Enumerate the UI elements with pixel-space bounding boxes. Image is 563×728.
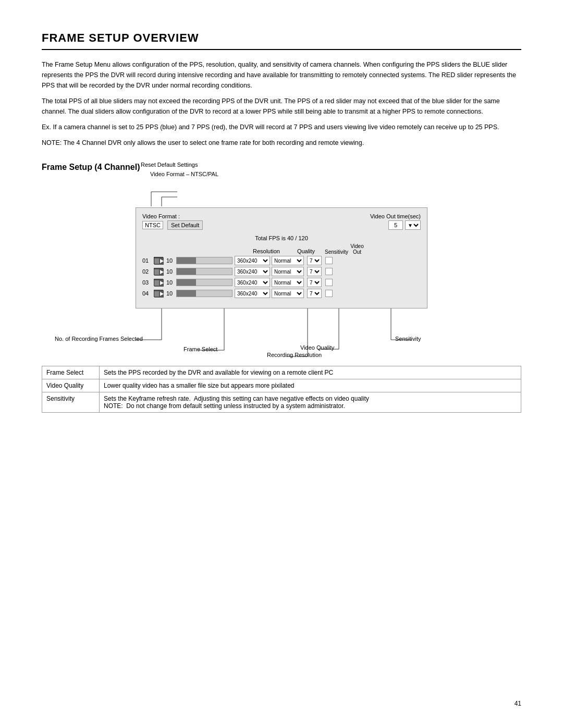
- ch-videoout-check-2[interactable]: [325, 268, 333, 275]
- ch-videoout-check-1[interactable]: [325, 257, 333, 264]
- channel-row-4: 04 10 360x240 Normal 7: [142, 289, 421, 298]
- ch-res-select-2[interactable]: 360x240: [235, 267, 270, 276]
- video-format-label: Video Format :: [142, 213, 203, 219]
- svg-rect-6: [154, 258, 159, 264]
- ch-slider-4[interactable]: [176, 290, 232, 297]
- ch-quality-select-4[interactable]: Normal: [272, 289, 304, 298]
- channel-row-1: 01 10 360x240 Normal 7: [142, 256, 421, 265]
- video-out-section: Video Out time(sec) ▼: [370, 213, 421, 230]
- intro-para-1: The Frame Setup Menu allows configuratio…: [42, 59, 521, 91]
- svg-rect-12: [154, 280, 159, 286]
- ntsc-value: NTSC: [142, 221, 163, 229]
- ch-videoout-check-4[interactable]: [325, 290, 333, 297]
- ch-slider-3[interactable]: [176, 279, 232, 286]
- page-number: 41: [515, 700, 521, 707]
- intro-para-4: NOTE: The 4 Channel DVR only allows the …: [42, 138, 521, 148]
- ch-slider-2[interactable]: [176, 268, 232, 275]
- ch-quality-select-1[interactable]: Normal: [272, 256, 304, 265]
- ch-num-1: 01: [142, 257, 154, 264]
- ch-fps-4: 10: [165, 290, 174, 297]
- table-desc-sensitivity: Sets the Keyframe refresh rate. Adjustin…: [100, 392, 521, 413]
- col-header-sensitivity: Sensitivity: [325, 249, 348, 255]
- ch-sens-select-3[interactable]: 7: [307, 278, 322, 287]
- col-header-resolution: Resolution: [246, 248, 287, 255]
- ch-res-select-4[interactable]: 360x240: [235, 289, 270, 298]
- callout-video-format: Video Format – NTSC/PAL: [150, 171, 218, 177]
- table-row-video-quality: Video Quality Lower quality video has a …: [42, 379, 521, 392]
- callout-sensitivity: Sensitivity: [395, 336, 421, 342]
- intro-section: The Frame Setup Menu allows configuratio…: [42, 59, 521, 148]
- channel-row-2: 02 10 360x240 Normal 7: [142, 267, 421, 276]
- ch-slider-1[interactable]: [176, 257, 232, 264]
- col-header-video-out: VideoOut: [348, 243, 366, 255]
- ch-res-select-3[interactable]: 360x240: [235, 278, 270, 287]
- table-desc-video-quality: Lower quality video has a smaller file s…: [100, 379, 521, 392]
- svg-rect-15: [154, 291, 159, 297]
- ch-quality-select-2[interactable]: Normal: [272, 267, 304, 276]
- video-out-select[interactable]: ▼: [405, 220, 421, 230]
- callout-reset-default: Reset Default Settings: [141, 162, 198, 168]
- video-out-input[interactable]: [388, 220, 403, 230]
- ch-num-2: 02: [142, 268, 154, 275]
- ch-fps-2: 10: [165, 268, 174, 275]
- ch-fps-1: 10: [165, 257, 174, 264]
- ch-icon-1: [154, 257, 163, 264]
- info-table: Frame Select Sets the PPS recorded by th…: [42, 366, 521, 413]
- ch-icon-3: [154, 279, 163, 286]
- fps-info: Total FPS is 40 / 120: [142, 235, 421, 241]
- table-label-sensitivity: Sensitivity: [42, 392, 100, 413]
- intro-para-3: Ex. If a camera channel is set to 25 PPS…: [42, 122, 521, 132]
- page-title: FRAME SETUP OVERVIEW: [42, 31, 521, 50]
- ch-res-select-1[interactable]: 360x240: [235, 256, 270, 265]
- ch-fps-3: 10: [165, 279, 174, 286]
- channel-row-3: 03 10 360x240 Normal 7: [142, 278, 421, 287]
- callout-recording-resolution: Recording Resolution: [267, 352, 322, 358]
- ch-icon-4: [154, 290, 163, 297]
- ch-sens-select-2[interactable]: 7: [307, 267, 322, 276]
- table-label-video-quality: Video Quality: [42, 379, 100, 392]
- video-out-time-label: Video Out time(sec): [370, 213, 421, 219]
- callout-no-recording-frames: No. of Recording Frames Selected: [55, 336, 143, 342]
- table-row-sensitivity: Sensitivity Sets the Keyframe refresh ra…: [42, 392, 521, 413]
- video-format-section: Video Format : NTSC Set Default: [142, 213, 203, 233]
- col-header-quality: Quality: [287, 248, 325, 255]
- ch-videoout-check-3[interactable]: [325, 279, 333, 286]
- ch-sens-select-1[interactable]: 7: [307, 256, 322, 265]
- channel-rows: 01 10 360x240 Normal 7 02 10: [142, 256, 421, 298]
- ch-num-4: 04: [142, 290, 154, 297]
- svg-rect-9: [154, 269, 159, 275]
- table-desc-frame-select: Sets the PPS recorded by the DVR and ava…: [100, 366, 521, 379]
- table-label-frame-select: Frame Select: [42, 366, 100, 379]
- set-default-button[interactable]: Set Default: [167, 220, 203, 230]
- ch-sens-select-4[interactable]: 7: [307, 289, 322, 298]
- ch-num-3: 03: [142, 279, 154, 286]
- ch-icon-2: [154, 268, 163, 275]
- table-row-frame-select: Frame Select Sets the PPS recorded by th…: [42, 366, 521, 379]
- ch-quality-select-3[interactable]: Normal: [272, 278, 304, 287]
- callout-video-quality: Video Quality: [300, 344, 334, 351]
- section-title: Frame Setup (4 Channel): [42, 163, 521, 172]
- callout-lines-top: [136, 181, 427, 207]
- callout-frame-select: Frame Select: [183, 346, 217, 352]
- diagram-box: Video Format : NTSC Set Default Video Ou…: [136, 207, 427, 309]
- intro-para-2: The total PPS of all blue sliders may no…: [42, 96, 521, 117]
- diagram-wrapper: Reset Default Settings Video Format – NT…: [42, 181, 521, 361]
